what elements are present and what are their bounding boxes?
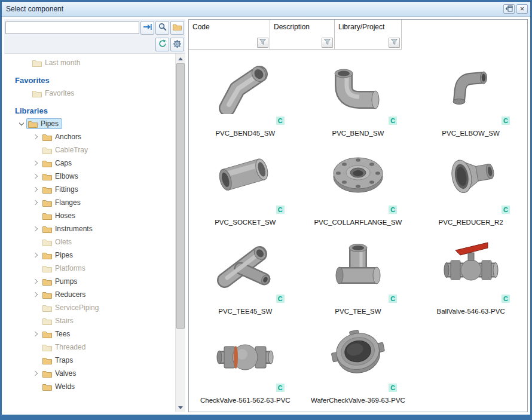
browse-folder-button[interactable] (170, 21, 184, 35)
tree-item-flanges[interactable]: Flanges (4, 196, 175, 209)
chevron-right-icon[interactable] (30, 329, 41, 339)
tree-item-valves[interactable]: Valves (4, 367, 175, 380)
go-button[interactable] (140, 21, 154, 35)
component-item-PVC_REDUCER_R2[interactable]: CPVC_REDUCER_R2 (414, 141, 527, 230)
titlebar[interactable]: Select component × (2, 2, 530, 17)
component-item-PVC_TEE45_SW[interactable]: CPVC_TEE45_SW (189, 230, 302, 319)
tree-item-target[interactable]: Flanges (41, 197, 84, 208)
chevron-right-icon[interactable] (30, 250, 41, 260)
column-header-label: Code (189, 20, 270, 31)
tree-item-target[interactable]: Fittings (41, 184, 82, 195)
component-code-label: PVC_BEND45_SW (190, 130, 301, 137)
tree-item-target[interactable]: Welds (41, 381, 78, 392)
tree-item-target[interactable]: Valves (41, 368, 80, 379)
tree-item-target[interactable]: Olets (41, 237, 75, 247)
chevron-right-icon[interactable] (30, 290, 41, 300)
column-header-description[interactable]: Description (270, 20, 335, 50)
close-button[interactable]: × (516, 4, 528, 14)
column-header-code[interactable]: Code (189, 20, 270, 50)
tree-item-traps[interactable]: Traps (4, 354, 175, 367)
tree-item-welds[interactable]: Welds (4, 380, 175, 393)
tree-item-tees[interactable]: Tees (4, 327, 175, 341)
tree-item-target[interactable]: Pumps (41, 276, 81, 287)
tree-item-target[interactable]: Caps (41, 158, 75, 168)
component-item-CheckValve-561-562-63-PVC[interactable]: CCheckValve-561-562-63-PVC (189, 319, 302, 408)
tree-item-target[interactable]: Platforms (41, 263, 89, 274)
chevron-right-icon[interactable] (30, 369, 41, 379)
tree-item-target[interactable]: Last month (30, 57, 84, 68)
filter-button-description[interactable] (322, 38, 333, 48)
tree-item-pipes[interactable]: Pipes (4, 117, 175, 130)
chevron-right-icon[interactable] (30, 198, 41, 208)
folder-icon (42, 330, 52, 338)
filter-button-library-project[interactable] (389, 38, 400, 48)
tree-item-olets[interactable]: Olets (4, 235, 175, 249)
tree-item-target[interactable]: ServicePiping (41, 302, 102, 313)
tree-item-last-month[interactable]: Last month (4, 56, 175, 69)
component-item-PVC_BEND45_SW[interactable]: CPVC_BEND45_SW (189, 52, 302, 141)
tree-section-header-favorites: Favorites (15, 76, 175, 85)
tree-item-threaded[interactable]: Threaded (4, 341, 175, 354)
tree-item-pipes[interactable]: Pipes (4, 249, 175, 262)
refresh-button[interactable] (155, 38, 169, 51)
component-item-PVC_ELBOW_SW[interactable]: CPVC_ELBOW_SW (414, 52, 527, 141)
tree-item-label: Pumps (55, 277, 77, 286)
tree-item-pumps[interactable]: Pumps (4, 275, 175, 288)
chevron-right-icon[interactable] (30, 224, 41, 234)
scroll-down-button[interactable] (176, 403, 185, 412)
component-item-WaferCheckValve-369-63-PVC[interactable]: CWaferCheckValve-369-63-PVC (302, 319, 415, 408)
tree-item-target[interactable]: Hoses (41, 210, 79, 221)
filter-button-code[interactable] (257, 38, 268, 48)
chevron-right-icon[interactable] (30, 158, 41, 168)
chevron-right-icon[interactable] (30, 277, 41, 287)
tree-item-caps[interactable]: Caps (4, 157, 175, 170)
search-input[interactable] (5, 22, 139, 34)
scroll-thumb[interactable] (176, 63, 185, 329)
tree-item-anchors[interactable]: Anchors (4, 130, 175, 143)
tree-item-target[interactable]: Favorites (30, 88, 78, 99)
tree-item-target[interactable]: Anchors (41, 131, 85, 142)
component-item-BallValve-546-63-PVC[interactable]: CBallValve-546-63-PVC (414, 230, 527, 319)
tree-item-target[interactable]: Pipes (41, 250, 77, 260)
tree-item-favorites[interactable]: Favorites (4, 87, 175, 100)
tree-item-target[interactable]: Elbows (41, 171, 82, 182)
component-item-PVC_TEE_SW[interactable]: CPVC_TEE_SW (302, 230, 415, 319)
tree-item-target[interactable]: Reducers (41, 289, 89, 300)
scroll-up-button[interactable] (176, 54, 185, 63)
tree-item-stairs[interactable]: Stairs (4, 314, 175, 327)
tree-item-target[interactable]: Threaded (41, 342, 89, 352)
column-header-library-project[interactable]: Library/Project (335, 20, 402, 50)
component-item-PVC_BEND_SW[interactable]: CPVC_BEND_SW (302, 52, 415, 141)
catalog-badge: C (502, 206, 510, 214)
component-item-PVC_COLLARFLANGE_SW[interactable]: CPVC_COLLARFLANGE_SW (302, 141, 415, 230)
tree-item-cabletray[interactable]: CableTray (4, 143, 175, 157)
chevron-down-icon[interactable] (16, 119, 26, 129)
settings-button[interactable] (170, 38, 184, 51)
tree-scrollbar[interactable] (175, 54, 185, 412)
tree-item-servicepiping[interactable]: ServicePiping (4, 301, 175, 314)
tree-item-target[interactable]: CableTray (41, 145, 91, 155)
column-header-label: Library/Project (335, 20, 401, 31)
tree-item-target[interactable]: Instruments (41, 223, 96, 234)
tree-item-fittings[interactable]: Fittings (4, 183, 175, 196)
tree-item-reducers[interactable]: Reducers (4, 288, 175, 301)
component-list-panel: Code Description Library/Project CPVC_BE… (188, 19, 528, 412)
catalog-badge: C (389, 206, 397, 214)
tree-item-hoses[interactable]: Hoses (4, 209, 175, 222)
tree-item-target[interactable]: Stairs (41, 315, 77, 326)
folder-icon (42, 199, 52, 207)
chevron-right-icon[interactable] (30, 132, 41, 142)
chevron-right-icon[interactable] (30, 185, 41, 195)
tree-item-target[interactable]: Traps (41, 355, 77, 366)
catalog-badge: C (502, 295, 510, 303)
folder-icon (42, 160, 52, 167)
tree-item-platforms[interactable]: Platforms (4, 262, 175, 275)
search-button[interactable] (155, 21, 169, 35)
component-item-PVC_SOCKET_SW[interactable]: CPVC_SOCKET_SW (189, 141, 302, 230)
tree-item-instruments[interactable]: Instruments (4, 222, 175, 235)
dock-button[interactable] (503, 4, 515, 14)
chevron-right-icon[interactable] (30, 171, 41, 182)
tree-item-target[interactable]: Pipes (26, 118, 62, 129)
tree-item-target[interactable]: Tees (41, 329, 74, 339)
tree-item-elbows[interactable]: Elbows (4, 170, 175, 183)
